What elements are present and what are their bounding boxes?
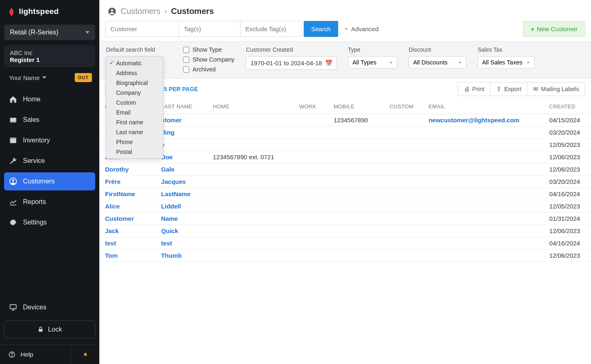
breadcrumb-separator: › <box>165 7 167 16</box>
lock-label: Lock <box>48 326 62 333</box>
cell-created: 03/20/2024 <box>543 126 591 139</box>
exclude-tags-input[interactable] <box>240 21 302 37</box>
col-work[interactable]: WORK <box>293 99 328 114</box>
table-row: AliceLiddell12/05/2023 <box>99 200 591 213</box>
dropdown-option[interactable]: Last name <box>106 127 163 137</box>
default-search-field-col: Default search field AutomaticAddressBio… <box>106 46 172 53</box>
cell-work <box>293 151 328 163</box>
col-email[interactable]: EMAIL <box>423 99 543 114</box>
dropdown-option[interactable]: First name <box>106 117 163 127</box>
col-home[interactable]: HOME <box>207 99 293 114</box>
cell-mobile <box>328 188 384 200</box>
first-link[interactable]: Frère <box>105 178 121 185</box>
cell-work <box>293 250 328 262</box>
advanced-toggle[interactable]: Advanced <box>338 21 385 37</box>
dropdown-option[interactable]: Email <box>106 108 163 117</box>
first-link[interactable]: Alice <box>105 203 120 210</box>
cell-home <box>207 200 293 213</box>
email-link[interactable]: newcustomer@lightspeed.com <box>428 117 519 124</box>
print-button[interactable]: 🖨Print <box>458 82 490 96</box>
cell-custom <box>384 213 423 225</box>
sidebar-item-inventory[interactable]: Inventory <box>4 131 95 149</box>
dropdown-option[interactable]: Custom <box>106 98 163 108</box>
cell-home <box>207 213 293 225</box>
table-row: JackQuick12/06/2023 <box>99 225 591 237</box>
sidebar-item-label: Devices <box>23 304 46 311</box>
export-icon: ⇪ <box>496 86 502 92</box>
last-link[interactable]: LastName <box>161 190 191 197</box>
dropdown-option[interactable]: Biographical <box>106 78 163 88</box>
pin-button[interactable] <box>71 345 99 364</box>
product-selector[interactable]: Retail (R-Series) <box>4 25 95 40</box>
cell-created: 12/06/2023 <box>543 151 591 163</box>
last-link[interactable]: Jacques <box>161 178 186 185</box>
cell-first: Frère <box>99 176 156 188</box>
dropdown-option[interactable]: Company <box>106 88 163 98</box>
sales-tax-select[interactable]: All Sales Taxes <box>478 56 534 69</box>
last-link[interactable]: Liddell <box>161 203 181 210</box>
dropdown-option[interactable]: Automatic <box>106 58 163 68</box>
discount-select[interactable]: All Discounts <box>409 56 466 69</box>
last-link[interactable]: stomer <box>161 117 182 124</box>
discount-col: Discount All Discounts <box>409 46 466 69</box>
advanced-label: Advanced <box>351 25 379 32</box>
sidebar-item-sales[interactable]: Sales <box>4 111 95 129</box>
cell-first: Alice <box>99 200 156 213</box>
export-button[interactable]: ⇪Export <box>490 82 527 96</box>
table-row: DorothyGale12/06/2023 <box>99 163 591 176</box>
col-custom[interactable]: CUSTOM <box>384 99 423 114</box>
search-button[interactable]: Search <box>304 21 338 37</box>
first-link[interactable]: FirstName <box>105 190 135 197</box>
sidebar-item-service[interactable]: Service <box>4 152 95 170</box>
new-customer-button[interactable]: + New Customer <box>523 21 585 37</box>
archived-checkbox[interactable]: Archived <box>183 66 234 73</box>
help-button[interactable]: Help <box>0 351 71 358</box>
last-link[interactable]: test <box>161 240 172 247</box>
breadcrumb-parent[interactable]: Customers <box>121 7 160 16</box>
show-company-checkbox[interactable]: Show Company <box>183 56 234 63</box>
col-mobile[interactable]: MOBILE <box>328 99 384 114</box>
sidebar-item-settings[interactable]: Settings <box>4 213 95 231</box>
dropdown-option[interactable]: Postal <box>106 147 163 157</box>
dropdown-option[interactable]: Phone <box>106 137 163 147</box>
customer-created-input[interactable]: 1970-01-01 to 2024-04-18 📅 <box>246 56 336 70</box>
first-link[interactable]: Tom <box>105 252 118 259</box>
mailing-labels-button[interactable]: ✉Mailing Labels <box>527 82 585 96</box>
cell-created: 12/05/2023 <box>543 139 591 151</box>
cell-created: 04/16/2024 <box>543 237 591 250</box>
cell-custom <box>384 139 423 151</box>
show-type-checkbox[interactable]: Show Type <box>183 46 234 53</box>
cell-mobile <box>328 151 384 163</box>
last-link[interactable]: Quick <box>161 227 179 234</box>
first-link[interactable]: Jack <box>105 227 119 234</box>
sidebar-item-reports[interactable]: Reports <box>4 193 95 211</box>
cell-first: Jack <box>99 225 156 237</box>
per-page-select[interactable]: 15 PER PAGE <box>161 86 198 92</box>
user-menu[interactable]: Your Name <box>9 74 46 81</box>
cell-custom <box>384 126 423 139</box>
first-link[interactable]: Customer <box>105 215 134 222</box>
sidebar-item-devices[interactable]: Devices <box>4 298 95 316</box>
cell-created: 12/06/2023 <box>543 250 591 262</box>
account-box[interactable]: ABC Inc Register 1 <box>4 45 95 67</box>
lock-button[interactable]: Lock <box>4 321 95 339</box>
cell-email: newcustomer@lightspeed.com <box>423 114 543 126</box>
cell-first: test <box>99 237 156 250</box>
first-link[interactable]: test <box>105 240 116 247</box>
last-link[interactable]: Thumb <box>161 252 182 259</box>
cell-mobile <box>328 225 384 237</box>
col-created[interactable]: CREATED <box>543 99 591 114</box>
type-select[interactable]: All Types <box>348 56 397 69</box>
cell-work <box>293 163 328 176</box>
search-row: Search Advanced + New Customer <box>99 21 591 41</box>
sidebar-item-home[interactable]: Home <box>4 90 95 108</box>
dropdown-option[interactable]: Address <box>106 68 163 78</box>
tags-input[interactable] <box>179 21 240 37</box>
first-link[interactable]: Dorothy <box>105 166 129 173</box>
last-link[interactable]: Name <box>161 215 178 222</box>
last-link[interactable]: Gale <box>161 166 175 173</box>
clock-status-badge[interactable]: OUT <box>75 73 92 82</box>
sidebar-item-label: Service <box>23 157 45 165</box>
sidebar-item-customers[interactable]: Customers <box>4 172 95 190</box>
customer-search-input[interactable] <box>105 21 179 37</box>
